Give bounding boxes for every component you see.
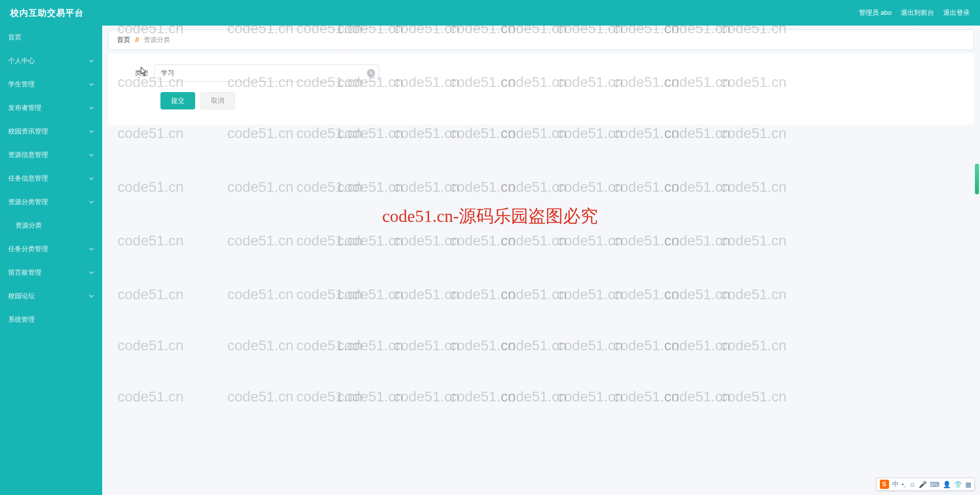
form-buttons: 提交 取消 xyxy=(160,92,959,109)
ime-toolbar: S 中 •, ☺ 🎤 ⌨ 👤 👕 ▦ xyxy=(876,478,975,491)
sidebar-item-personal-center[interactable]: 个人中心 xyxy=(0,49,102,73)
ime-punct-icon[interactable]: •, xyxy=(902,481,906,488)
main-content: 首页 // 资源分类 类型 ✕ 提交 取消 xyxy=(102,26,980,495)
sidebar-item-label: 系统管理 xyxy=(8,315,35,324)
ime-logo-icon[interactable]: S xyxy=(880,480,889,489)
sidebar-item-label: 校园论坛 xyxy=(8,291,35,301)
type-label: 类型 xyxy=(124,69,154,78)
chevron-down-icon xyxy=(89,176,94,181)
scroll-indicator[interactable] xyxy=(975,164,979,194)
sidebar-item-label: 校园资讯管理 xyxy=(8,127,48,136)
form-panel: 类型 ✕ 提交 取消 xyxy=(108,53,974,125)
sidebar-item-task-category-mgmt[interactable]: 任务分类管理 xyxy=(0,237,102,261)
chevron-down-icon xyxy=(89,294,94,299)
sidebar-item-task-info-mgmt[interactable]: 任务信息管理 xyxy=(0,167,102,190)
breadcrumb-home[interactable]: 首页 xyxy=(117,36,130,43)
sidebar-item-label: 个人中心 xyxy=(8,56,35,65)
sidebar-item-campus-news-mgmt[interactable]: 校园资讯管理 xyxy=(0,120,102,143)
ime-grid-icon[interactable]: ▦ xyxy=(965,481,971,488)
cancel-button[interactable]: 取消 xyxy=(200,92,235,109)
sidebar: 首页 个人中心 学生管理 发布者管理 校园资讯管理 资源信息管理 任务信息管理 … xyxy=(0,26,102,495)
chevron-down-icon xyxy=(89,58,94,63)
admin-user-link[interactable]: 管理员 abo xyxy=(859,8,892,17)
sidebar-item-label: 发布者管理 xyxy=(8,103,41,112)
chevron-down-icon xyxy=(89,199,94,205)
sidebar-item-label: 任务信息管理 xyxy=(8,174,48,183)
chevron-down-icon xyxy=(89,246,94,252)
sidebar-item-label: 任务分类管理 xyxy=(8,244,48,254)
type-input-wrap: ✕ xyxy=(154,64,379,82)
sidebar-item-label: 资源分类管理 xyxy=(8,197,48,207)
sidebar-item-home[interactable]: 首页 xyxy=(0,26,102,49)
sidebar-item-resource-info-mgmt[interactable]: 资源信息管理 xyxy=(0,143,102,167)
breadcrumb-separator: // xyxy=(135,36,139,43)
sidebar-item-message-board-mgmt[interactable]: 留言板管理 xyxy=(0,261,102,284)
sidebar-item-label: 资源分类 xyxy=(15,221,42,229)
sidebar-item-campus-forum[interactable]: 校园论坛 xyxy=(0,284,102,308)
chevron-down-icon xyxy=(89,152,94,158)
top-header: 校内互助交易平台 管理员 abo 退出到前台 退出登录 xyxy=(0,0,980,26)
type-input[interactable] xyxy=(154,64,379,82)
sidebar-subitem-resource-category[interactable]: 资源分类 xyxy=(0,214,102,237)
sidebar-item-publisher-mgmt[interactable]: 发布者管理 xyxy=(0,96,102,120)
ime-keyboard-icon[interactable]: ⌨ xyxy=(930,481,940,488)
exit-to-front-link[interactable]: 退出到前台 xyxy=(901,8,934,17)
breadcrumb: 首页 // 资源分类 xyxy=(108,30,974,50)
chevron-down-icon xyxy=(89,270,94,275)
sidebar-item-label: 留言板管理 xyxy=(8,268,41,277)
chevron-down-icon xyxy=(89,82,94,87)
sidebar-item-resource-category-mgmt[interactable]: 资源分类管理 xyxy=(0,190,102,214)
ime-mic-icon[interactable]: 🎤 xyxy=(919,481,927,488)
logout-link[interactable]: 退出登录 xyxy=(943,8,970,17)
sidebar-item-system-mgmt[interactable]: 系统管理 xyxy=(0,308,102,331)
app-title: 校内互助交易平台 xyxy=(10,7,84,19)
sidebar-item-label: 学生管理 xyxy=(8,80,35,89)
breadcrumb-current: 资源分类 xyxy=(144,36,170,43)
clear-icon[interactable]: ✕ xyxy=(367,69,375,77)
chevron-down-icon xyxy=(89,105,94,110)
sidebar-item-label: 首页 xyxy=(8,33,21,42)
ime-emoji-icon[interactable]: ☺ xyxy=(909,481,916,488)
ime-skin-icon[interactable]: 👕 xyxy=(954,481,962,488)
form-row-type: 类型 ✕ xyxy=(124,64,959,82)
sidebar-item-student-mgmt[interactable]: 学生管理 xyxy=(0,73,102,96)
ime-lang-toggle[interactable]: 中 xyxy=(892,480,899,489)
sidebar-item-label: 资源信息管理 xyxy=(8,150,48,160)
ime-person-icon[interactable]: 👤 xyxy=(943,481,951,488)
submit-button[interactable]: 提交 xyxy=(160,92,195,109)
chevron-down-icon xyxy=(89,129,94,134)
header-right: 管理员 abo 退出到前台 退出登录 xyxy=(859,8,970,17)
